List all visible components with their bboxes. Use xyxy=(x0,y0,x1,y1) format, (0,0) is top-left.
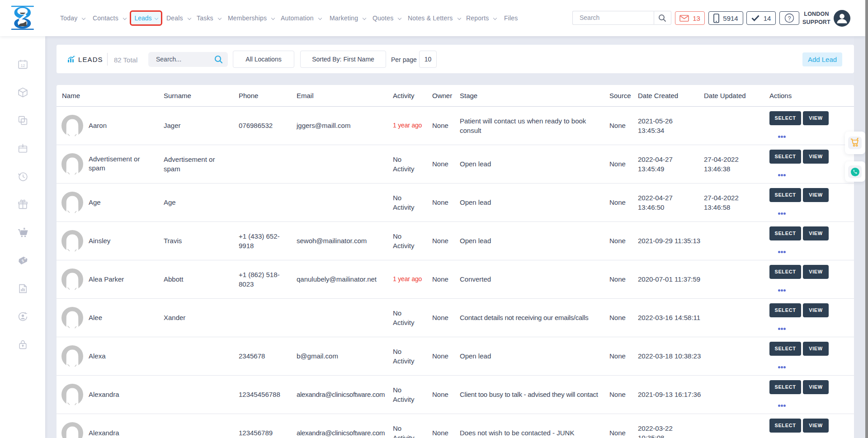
svg-text:?: ? xyxy=(788,15,791,22)
svg-text:12: 12 xyxy=(21,63,25,68)
